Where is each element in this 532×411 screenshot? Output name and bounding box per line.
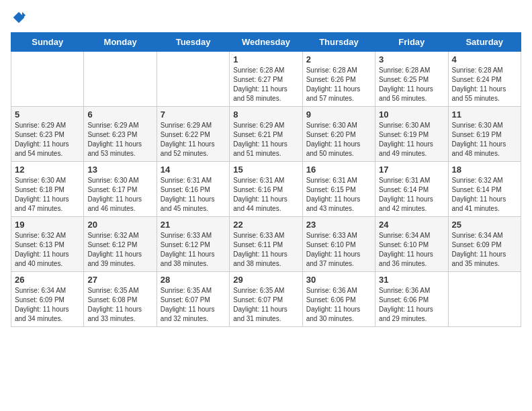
day-number: 18 [452, 165, 517, 175]
calendar-cell: 4Sunrise: 6:28 AMSunset: 6:24 PMDaylight… [448, 52, 521, 107]
calendar-cell: 3Sunrise: 6:28 AMSunset: 6:25 PMDaylight… [375, 52, 448, 107]
day-number: 22 [233, 220, 298, 230]
calendar-cell: 31Sunrise: 6:36 AMSunset: 6:06 PMDayligh… [375, 272, 448, 327]
calendar-cell: 1Sunrise: 6:28 AMSunset: 6:27 PMDaylight… [230, 52, 302, 107]
day-info: Sunrise: 6:29 AMSunset: 6:23 PMDaylight:… [87, 121, 152, 158]
day-info: Sunrise: 6:30 AMSunset: 6:17 PMDaylight:… [87, 176, 152, 214]
day-info: Sunrise: 6:32 AMSunset: 6:14 PMDaylight:… [452, 176, 517, 214]
day-info: Sunrise: 6:34 AMSunset: 6:09 PMDaylight:… [452, 231, 517, 269]
calendar-cell: 26Sunrise: 6:34 AMSunset: 6:09 PMDayligh… [11, 272, 84, 327]
calendar-week-row: 12Sunrise: 6:30 AMSunset: 6:18 PMDayligh… [11, 162, 521, 217]
day-number: 25 [452, 220, 517, 230]
calendar-cell: 6Sunrise: 6:29 AMSunset: 6:23 PMDaylight… [84, 107, 157, 162]
day-of-week-header: Tuesday [157, 33, 229, 52]
day-number: 16 [306, 165, 371, 175]
day-info: Sunrise: 6:35 AMSunset: 6:08 PMDaylight:… [87, 286, 152, 324]
calendar-cell: 8Sunrise: 6:29 AMSunset: 6:21 PMDaylight… [230, 107, 302, 162]
calendar-table: SundayMondayTuesdayWednesdayThursdayFrid… [11, 32, 521, 327]
day-number: 2 [306, 54, 371, 64]
calendar-cell: 27Sunrise: 6:35 AMSunset: 6:08 PMDayligh… [84, 272, 157, 327]
day-info: Sunrise: 6:31 AMSunset: 6:16 PMDaylight:… [233, 176, 298, 214]
day-info: Sunrise: 6:31 AMSunset: 6:16 PMDaylight:… [161, 176, 226, 214]
day-number: 14 [161, 165, 226, 175]
day-of-week-header: Friday [375, 33, 448, 52]
calendar-header: SundayMondayTuesdayWednesdayThursdayFrid… [11, 33, 521, 52]
day-info: Sunrise: 6:30 AMSunset: 6:20 PMDaylight:… [306, 121, 371, 158]
day-number: 4 [452, 54, 517, 64]
day-info: Sunrise: 6:30 AMSunset: 6:19 PMDaylight:… [452, 121, 517, 158]
day-info: Sunrise: 6:28 AMSunset: 6:26 PMDaylight:… [306, 66, 371, 103]
calendar-cell: 5Sunrise: 6:29 AMSunset: 6:23 PMDaylight… [11, 107, 84, 162]
calendar-cell: 19Sunrise: 6:32 AMSunset: 6:13 PMDayligh… [11, 217, 84, 272]
day-number: 7 [161, 109, 226, 120]
day-number: 17 [379, 165, 444, 175]
day-of-week-header: Saturday [448, 33, 521, 52]
calendar-week-row: 26Sunrise: 6:34 AMSunset: 6:09 PMDayligh… [11, 272, 521, 327]
calendar-cell: 29Sunrise: 6:35 AMSunset: 6:07 PMDayligh… [230, 272, 302, 327]
day-info: Sunrise: 6:29 AMSunset: 6:21 PMDaylight:… [233, 121, 298, 158]
calendar-cell: 16Sunrise: 6:31 AMSunset: 6:15 PMDayligh… [302, 162, 375, 217]
day-number: 31 [379, 275, 444, 285]
day-info: Sunrise: 6:32 AMSunset: 6:12 PMDaylight:… [87, 231, 152, 269]
day-number: 20 [87, 220, 152, 230]
day-number: 10 [379, 109, 444, 120]
day-number: 27 [87, 275, 152, 285]
day-number: 13 [87, 165, 152, 175]
day-number: 3 [379, 54, 444, 64]
day-info: Sunrise: 6:36 AMSunset: 6:06 PMDaylight:… [306, 286, 371, 324]
calendar-cell: 24Sunrise: 6:34 AMSunset: 6:10 PMDayligh… [375, 217, 448, 272]
calendar-cell: 23Sunrise: 6:33 AMSunset: 6:10 PMDayligh… [302, 217, 375, 272]
day-info: Sunrise: 6:35 AMSunset: 6:07 PMDaylight:… [161, 286, 226, 324]
calendar-cell: 7Sunrise: 6:29 AMSunset: 6:22 PMDaylight… [157, 107, 229, 162]
calendar-cell [11, 52, 84, 107]
day-of-week-header: Sunday [11, 33, 84, 52]
day-info: Sunrise: 6:30 AMSunset: 6:19 PMDaylight:… [379, 121, 444, 158]
calendar-cell: 20Sunrise: 6:32 AMSunset: 6:12 PMDayligh… [84, 217, 157, 272]
day-info: Sunrise: 6:28 AMSunset: 6:24 PMDaylight:… [452, 66, 517, 103]
day-info: Sunrise: 6:28 AMSunset: 6:27 PMDaylight:… [233, 66, 298, 103]
day-info: Sunrise: 6:36 AMSunset: 6:06 PMDaylight:… [379, 286, 444, 324]
day-number: 23 [306, 220, 371, 230]
calendar-cell: 11Sunrise: 6:30 AMSunset: 6:19 PMDayligh… [448, 107, 521, 162]
day-number: 5 [15, 109, 80, 120]
calendar-week-row: 19Sunrise: 6:32 AMSunset: 6:13 PMDayligh… [11, 217, 521, 272]
day-number: 30 [306, 275, 371, 285]
day-number: 9 [306, 109, 371, 120]
calendar-week-row: 5Sunrise: 6:29 AMSunset: 6:23 PMDaylight… [11, 107, 521, 162]
logo-icon [12, 11, 26, 24]
day-info: Sunrise: 6:30 AMSunset: 6:18 PMDaylight:… [15, 176, 80, 214]
day-info: Sunrise: 6:29 AMSunset: 6:22 PMDaylight:… [161, 121, 226, 158]
day-number: 1 [233, 54, 298, 64]
page-header [11, 11, 521, 24]
day-number: 28 [161, 275, 226, 285]
day-number: 11 [452, 109, 517, 120]
calendar-cell [84, 52, 157, 107]
day-info: Sunrise: 6:28 AMSunset: 6:25 PMDaylight:… [379, 66, 444, 103]
calendar-week-row: 1Sunrise: 6:28 AMSunset: 6:27 PMDaylight… [11, 52, 521, 107]
day-info: Sunrise: 6:34 AMSunset: 6:10 PMDaylight:… [379, 231, 444, 269]
day-info: Sunrise: 6:33 AMSunset: 6:12 PMDaylight:… [161, 231, 226, 269]
day-info: Sunrise: 6:34 AMSunset: 6:09 PMDaylight:… [15, 286, 80, 324]
day-info: Sunrise: 6:33 AMSunset: 6:10 PMDaylight:… [306, 231, 371, 269]
day-of-week-header: Thursday [302, 33, 375, 52]
day-info: Sunrise: 6:29 AMSunset: 6:23 PMDaylight:… [15, 121, 80, 158]
calendar-cell: 15Sunrise: 6:31 AMSunset: 6:16 PMDayligh… [230, 162, 302, 217]
day-number: 8 [233, 109, 298, 120]
calendar-cell: 10Sunrise: 6:30 AMSunset: 6:19 PMDayligh… [375, 107, 448, 162]
calendar-cell: 9Sunrise: 6:30 AMSunset: 6:20 PMDaylight… [302, 107, 375, 162]
day-number: 21 [161, 220, 226, 230]
calendar-cell: 22Sunrise: 6:33 AMSunset: 6:11 PMDayligh… [230, 217, 302, 272]
calendar-cell: 13Sunrise: 6:30 AMSunset: 6:17 PMDayligh… [84, 162, 157, 217]
day-number: 6 [87, 109, 152, 120]
calendar-cell: 21Sunrise: 6:33 AMSunset: 6:12 PMDayligh… [157, 217, 229, 272]
day-number: 19 [15, 220, 80, 230]
calendar-cell: 2Sunrise: 6:28 AMSunset: 6:26 PMDaylight… [302, 52, 375, 107]
calendar-body: 1Sunrise: 6:28 AMSunset: 6:27 PMDaylight… [11, 52, 521, 327]
day-number: 29 [233, 275, 298, 285]
logo [11, 11, 26, 24]
day-number: 26 [15, 275, 80, 285]
day-info: Sunrise: 6:32 AMSunset: 6:13 PMDaylight:… [15, 231, 80, 269]
day-number: 24 [379, 220, 444, 230]
calendar-cell: 25Sunrise: 6:34 AMSunset: 6:09 PMDayligh… [448, 217, 521, 272]
day-number: 12 [15, 165, 80, 175]
